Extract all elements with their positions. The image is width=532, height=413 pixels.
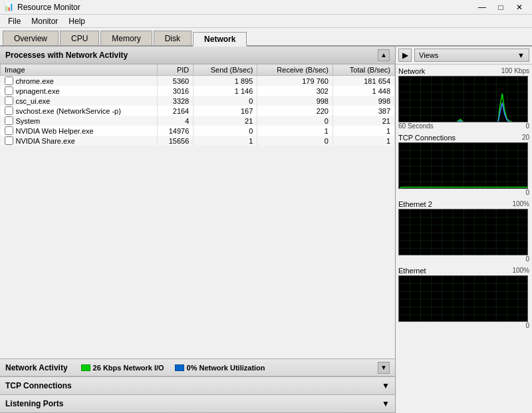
process-receive: 220 [257,106,333,116]
window-title: Resource Monitor [17,3,473,12]
process-receive: 1 [257,126,333,136]
chart-header-ethernet2: Ethernet 2 100% [398,200,529,208]
tcp-section: TCP Connections ▼ [0,377,395,395]
process-image: System [16,117,41,125]
chart-footer-ethernet2: 0 [398,255,529,263]
tab-bar: Overview CPU Memory Disk Network [0,28,532,47]
process-send: 1 [194,136,257,146]
listening-collapse-btn[interactable]: ▼ [382,399,390,408]
processes-collapse-btn[interactable]: ▲ [378,49,390,61]
table-row: vpnagent.exe 3016 1 146 302 1 448 [1,86,395,96]
menu-file[interactable]: File [3,15,26,27]
legend-blue-icon [175,364,184,371]
process-total: 1 448 [332,86,394,96]
process-receive: 302 [257,86,333,96]
process-image: vpnagent.exe [16,87,60,95]
chart-time-label-network: 60 Seconds [398,122,434,130]
tab-cpu[interactable]: CPU [60,31,99,45]
process-total: 181 654 [332,76,394,86]
legend-util-label: 0% Network Utilization [187,364,265,372]
process-image: NVIDIA Share.exe [16,137,75,145]
chart-min-val-ethernet: 0 [525,322,529,329]
chart-min-val-network: 0 [525,122,529,130]
process-pid: 15656 [157,136,194,146]
process-total: 1 [332,126,394,136]
listening-title: Listening Ports [5,399,63,408]
tcp-collapse-btn[interactable]: ▼ [382,381,390,390]
process-checkbox[interactable] [5,136,13,145]
maximize-button[interactable]: □ [492,1,509,13]
title-bar: 📊 Resource Monitor — □ ✕ [0,0,532,15]
process-checkbox[interactable] [5,96,13,105]
process-checkbox[interactable] [5,106,13,115]
process-total: 21 [332,116,394,126]
col-pid: PID [157,65,194,76]
processes-header[interactable]: Processes with Network Activity ▲ [0,47,395,64]
chart-label-network: Network [398,67,425,75]
chart-canvas-network [398,76,528,122]
chart-header-ethernet: Ethernet 100% [398,267,529,275]
process-image: chrome.exe [16,77,54,85]
tcp-header[interactable]: TCP Connections ▼ [0,377,395,394]
menu-bar: File Monitor Help [0,15,532,28]
process-checkbox[interactable] [5,86,13,95]
process-send: 0 [194,126,257,136]
table-row: System 4 21 0 21 [1,116,395,126]
table-row: chrome.exe 5360 1 895 179 760 181 654 [1,76,395,86]
minimize-button[interactable]: — [473,1,491,13]
processes-section: Processes with Network Activity ▲ Image … [0,47,395,359]
menu-help[interactable]: Help [63,15,90,27]
process-checkbox[interactable] [5,126,13,135]
chart-max-ethernet2: 100% [512,200,529,208]
process-pid: 3016 [157,86,194,96]
main-layout: Processes with Network Activity ▲ Image … [0,47,532,413]
tab-memory[interactable]: Memory [100,31,152,45]
process-receive: 179 760 [257,76,333,86]
process-total: 387 [332,106,394,116]
tab-disk[interactable]: Disk [154,31,192,45]
chart-footer-network: 60 Seconds 0 [398,122,529,130]
process-send: 1 895 [194,76,257,86]
process-receive: 998 [257,96,333,106]
process-pid: 14976 [157,126,194,136]
processes-table-container: Image PID Send (B/sec) Receive (B/sec) T… [0,64,395,146]
charts-container: Network 100 Kbps 60 Seconds 0 TCP Connec… [396,65,532,413]
process-name: System [1,116,158,126]
chart-max-ethernet: 100% [512,267,529,275]
chart-footer-tcp: 0 [398,189,529,196]
left-panel: Processes with Network Activity ▲ Image … [0,47,396,413]
network-activity-header[interactable]: Network Activity 26 Kbps Network I/O 0% … [0,359,395,376]
process-checkbox[interactable] [5,116,13,125]
menu-monitor[interactable]: Monitor [26,15,63,27]
legend-io-label: 26 Kbps Network I/O [93,364,164,372]
process-send: 1 146 [194,86,257,96]
chart-label-tcp: TCP Connections [398,134,456,142]
right-panel: ▶ Views ▼ Network 100 Kbps 60 Seconds 0 … [396,47,532,413]
tab-overview[interactable]: Overview [3,31,59,45]
chart-max-tcp: 20 [522,134,529,142]
views-label: Views [419,51,438,59]
views-button[interactable]: Views ▼ [414,49,529,62]
legend-green-icon [81,364,90,371]
chart-footer-ethernet: 0 [398,322,529,329]
col-image: Image [1,65,158,76]
right-panel-header: ▶ Views ▼ [396,47,532,65]
chart-header-tcp: TCP Connections 20 [398,134,529,142]
tab-network[interactable]: Network [193,32,247,47]
listening-header[interactable]: Listening Ports ▼ [0,395,395,412]
window-controls: — □ ✕ [473,1,528,13]
close-button[interactable]: ✕ [511,1,528,13]
process-receive: 0 [257,116,333,126]
right-expand-btn[interactable]: ▶ [398,49,412,62]
network-activity-collapse-btn[interactable]: ▼ [378,362,390,374]
legend-io: 26 Kbps Network I/O [81,364,164,372]
process-total: 998 [332,96,394,106]
processes-title: Processes with Network Activity [5,51,128,60]
processes-table: Image PID Send (B/sec) Receive (B/sec) T… [0,64,395,146]
process-name: csc_ui.exe [1,96,158,106]
process-name: chrome.exe [1,76,158,86]
chart-label-ethernet: Ethernet [398,267,426,275]
table-row: svchost.exe (NetworkService -p) 2164 167… [1,106,395,116]
process-checkbox[interactable] [5,76,13,85]
table-row: NVIDIA Share.exe 15656 1 0 1 [1,136,395,146]
